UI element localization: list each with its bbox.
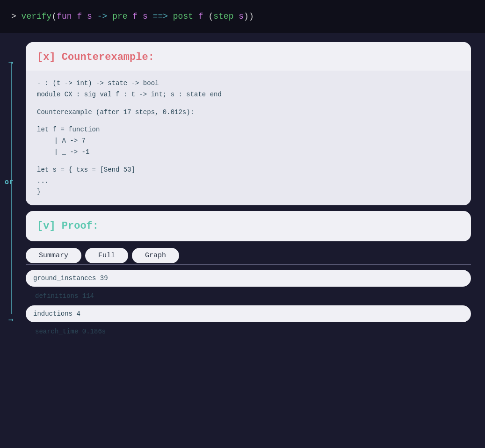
cx-line-7: let s = { txs = [Send 53] (37, 165, 460, 176)
tab-divider (26, 264, 471, 265)
cx-line-4: let f = function (37, 124, 460, 136)
cx-line-9: } (37, 187, 460, 198)
cx-line-8: ... (37, 176, 460, 187)
proof-card: [v] Proof: (26, 211, 471, 241)
cx-line-5: | A -> 7 (37, 136, 460, 147)
content-area: [x] Counterexample: - : (t -> int) -> st… (26, 42, 476, 340)
main-area: → or → [x] Counterexample: - : (t -> int… (0, 33, 485, 345)
cx-bracket-close: ] (49, 51, 55, 63)
proof-v: v (43, 220, 49, 232)
summary-row-inductions: inductions 4 (26, 305, 471, 322)
proof-label: Proof: (56, 220, 99, 232)
prompt-symbol: > (11, 12, 22, 21)
top-bar: > verify(fun f s -> pre f s ==> post f (… (0, 0, 485, 33)
cx-empty-3 (37, 158, 460, 165)
arrow-proof: → (8, 314, 14, 324)
summary-row-definitions: definitions 114 (26, 288, 471, 304)
counterexample-card: [x] Counterexample: - : (t -> int) -> st… (26, 42, 471, 205)
summary-row-search-time: search_time 0.186s (26, 323, 471, 340)
cx-empty-2 (37, 118, 460, 124)
cx-bracket-open: [ (37, 51, 43, 63)
vertical-line-left (11, 62, 12, 314)
cx-label: Counterexample: (56, 51, 154, 63)
tab-full[interactable]: Full (85, 248, 128, 263)
tabs-section: Summary Full Graph ground_instances 39 d… (26, 248, 471, 340)
tabs-row: Summary Full Graph (26, 248, 471, 263)
tab-graph[interactable]: Graph (132, 248, 179, 263)
proof-bracket-close: ] (49, 220, 55, 232)
counterexample-title: [x] Counterexample: (37, 51, 154, 63)
left-connectors: → or → (5, 33, 33, 345)
proof-title: [v] Proof: (37, 220, 99, 232)
fn-name: verify (22, 12, 52, 21)
summary-row-ground-instances: ground_instances 39 (26, 270, 471, 287)
proof-header: [v] Proof: (26, 211, 471, 241)
counterexample-body: - : (t -> int) -> state -> bool module C… (26, 71, 471, 205)
cx-line-1: - : (t -> int) -> state -> bool (37, 78, 460, 89)
tab-summary[interactable]: Summary (26, 248, 81, 263)
proof-bracket-open: [ (37, 220, 43, 232)
cx-empty-1 (37, 101, 460, 107)
summary-rows: ground_instances 39 definitions 114 indu… (26, 270, 471, 340)
cx-line-6: | _ -> -1 (37, 147, 460, 158)
counterexample-header: [x] Counterexample: (26, 42, 471, 71)
top-bar-code: > verify(fun f s -> pre f s ==> post f (… (11, 12, 254, 21)
cx-line-2: module CX : sig val f : t -> int; s : st… (37, 89, 460, 101)
cx-x: x (43, 51, 49, 63)
or-label: or (5, 178, 13, 186)
cx-line-3: Counterexample (after 17 steps, 0.012s): (37, 107, 460, 118)
